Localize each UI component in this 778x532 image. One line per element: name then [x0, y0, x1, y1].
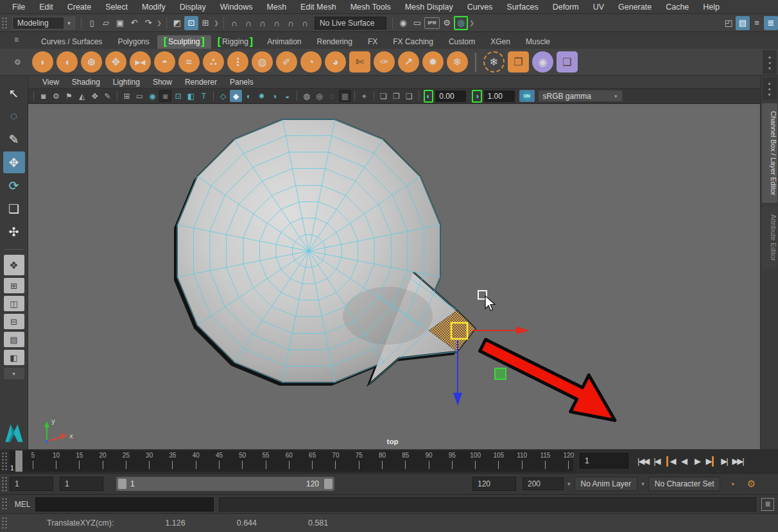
playback-start-field[interactable]: 1	[60, 477, 103, 491]
gate-mask-icon[interactable]: ◙	[159, 90, 171, 102]
image-plane-icon[interactable]: ◭	[76, 90, 88, 102]
character-set-selector[interactable]: No Character Set	[648, 477, 721, 491]
redo-icon[interactable]: ↷	[141, 16, 155, 30]
animation-end-field[interactable]: 200	[523, 477, 564, 490]
Curves / Surfaces[interactable]: Curves / Surfaces	[33, 35, 110, 49]
gear-icon[interactable]: ⚙	[14, 58, 21, 67]
snap-to-projected-center-icon[interactable]: ∩	[270, 16, 284, 30]
drag-handle[interactable]	[1, 476, 8, 492]
panel-menu-item[interactable]: Renderer	[178, 78, 223, 87]
frame-all-icon[interactable]: ❏	[377, 90, 390, 102]
modeling-toolkit-toggle-icon[interactable]: ◰	[722, 16, 736, 30]
shaded-display-icon[interactable]: ◆	[230, 90, 242, 102]
snap-to-point-icon[interactable]: ∩	[255, 16, 270, 30]
anim-layer-selector[interactable]: No Anim Layer	[575, 477, 638, 491]
Attribute Editor[interactable]: Attribute Editor	[762, 207, 777, 269]
outliner-persp-layout-button[interactable]: ◫	[4, 296, 24, 311]
freeze-tool-icon[interactable]: ❄	[447, 51, 468, 73]
grab-tool-icon[interactable]: ✥	[105, 51, 126, 73]
Custom[interactable]: Custom	[441, 35, 483, 49]
Rigging[interactable]: [ Rigging ]	[211, 35, 259, 49]
knife-tool-icon[interactable]: ✄	[349, 51, 370, 73]
frame-selection-icon[interactable]: ❐	[390, 90, 402, 102]
layout-dropdown[interactable]: ▾	[4, 368, 24, 379]
chevron-down-icon[interactable]: ▾	[641, 481, 644, 487]
menu-item[interactable]: Help	[696, 3, 727, 12]
Rendering[interactable]: Rendering	[309, 35, 360, 49]
panel-menu-item[interactable]: Panels	[223, 78, 260, 87]
exposure-field[interactable]: 0.00	[435, 90, 466, 102]
xray-display-icon[interactable]: ◍	[300, 90, 313, 102]
menu-item[interactable]: Deform	[546, 3, 586, 12]
animation-preferences-icon[interactable]: ⚙	[743, 476, 759, 492]
image-icon[interactable]: ❑	[403, 90, 415, 102]
render-settings-icon[interactable]: ⚙	[440, 16, 454, 30]
select-camera-icon[interactable]: ◙	[37, 90, 49, 102]
scale-tool[interactable]: ❏	[3, 198, 25, 219]
isolate-select-icon[interactable]: ⌖	[358, 90, 370, 102]
drag-handle[interactable]	[1, 497, 8, 511]
imprint-tool-icon[interactable]: ◍	[252, 51, 273, 73]
group-collapse-arrow[interactable]: ❯	[212, 16, 220, 30]
all-lights-icon[interactable]: ✸	[255, 90, 268, 102]
scroll-thumb-icon[interactable]: ●	[768, 60, 771, 65]
sidebar-scrollbar[interactable]: ▲ ● ▼	[763, 78, 777, 99]
wireframe-display-icon[interactable]: ◇	[217, 90, 229, 102]
group-collapse-arrow[interactable]: ❯	[155, 16, 163, 30]
tool-settings-toggle-icon[interactable]: ≡	[750, 16, 764, 30]
pinch-tool-icon[interactable]: ▸◂	[130, 51, 151, 73]
menu-item[interactable]: File	[5, 3, 32, 12]
snap-to-curve-icon[interactable]: ∩	[241, 16, 255, 30]
command-input[interactable]	[35, 497, 214, 511]
XGen[interactable]: XGen	[483, 35, 518, 49]
hypershade-persp-layout-button[interactable]: ▤	[4, 332, 24, 347]
grid-toggle-icon[interactable]: ⊞	[121, 90, 133, 102]
fill-tool-icon[interactable]: ◕	[325, 51, 346, 73]
range-end-handle[interactable]	[324, 479, 333, 489]
render-setup-icon[interactable]: ◎	[454, 16, 468, 30]
lightbulb-mesh[interactable]	[177, 119, 475, 384]
select-tool[interactable]: ↖	[3, 82, 25, 104]
menu-item[interactable]: Select	[98, 3, 135, 12]
safe-title-icon[interactable]: T	[198, 90, 210, 102]
menu-item[interactable]: Edit Mesh	[293, 3, 343, 12]
transparency-sorting-icon[interactable]: ▩	[339, 90, 351, 102]
scroll-down-icon[interactable]: ▼	[767, 92, 772, 98]
drag-handle[interactable]	[1, 517, 8, 529]
menu-item[interactable]: Modify	[135, 3, 173, 12]
FX Caching[interactable]: FX Caching	[385, 35, 441, 49]
step-back-one-frame-button[interactable]: |◀	[650, 453, 663, 470]
select-object-icon[interactable]: ⊡	[184, 16, 198, 30]
snap-to-grid-icon[interactable]: ∩	[227, 16, 241, 30]
relax-tool-icon[interactable]: ⊛	[81, 51, 102, 73]
xray-joints-icon[interactable]: ◎	[313, 90, 325, 102]
panel-menu-item[interactable]: Show	[146, 78, 178, 87]
menu-item[interactable]: Curves	[460, 3, 500, 12]
menu-item[interactable]: Create	[60, 3, 99, 12]
undo-icon[interactable]: ↶	[127, 16, 141, 30]
contrast-field[interactable]: 1.00	[484, 90, 515, 102]
open-scene-icon[interactable]: ▱	[99, 16, 113, 30]
camera-attributes-icon[interactable]: ⚙	[50, 90, 62, 102]
mask-brush-icon[interactable]: ◉	[532, 51, 553, 73]
occlusion-icon[interactable]: ◒	[281, 90, 293, 102]
go-to-playback-start-button[interactable]: |◀◀	[636, 453, 650, 470]
ipr-render-icon[interactable]: IPR	[424, 17, 440, 29]
lasso-select-tool[interactable]: ◌	[3, 105, 25, 127]
shadows-icon[interactable]: ◑	[268, 90, 281, 102]
drag-handle[interactable]	[1, 17, 8, 29]
persp-outliner-graph-layout-button[interactable]: ◧	[4, 350, 24, 365]
scroll-down-icon[interactable]: ▼	[768, 65, 772, 71]
color-management-toggle[interactable]: ON	[519, 90, 535, 102]
repeat-tool-icon[interactable]: ⋮	[227, 51, 248, 73]
scroll-up-icon[interactable]: ▲	[768, 54, 772, 60]
Animation[interactable]: Animation	[259, 35, 309, 49]
scroll-thumb-icon[interactable]: ●	[768, 86, 770, 92]
menu-item[interactable]: Mesh Tools	[343, 3, 398, 12]
select-component-icon[interactable]: ⊞	[198, 16, 212, 30]
open-render-view-icon[interactable]: ◉	[396, 16, 410, 30]
persp-graph-layout-button[interactable]: ⊟	[4, 314, 24, 329]
sculpt-tool-icon[interactable]: ◗	[32, 51, 53, 73]
contrast-icon[interactable]: ◑	[472, 90, 481, 103]
grease-pencil-icon[interactable]: ✎	[101, 90, 114, 102]
